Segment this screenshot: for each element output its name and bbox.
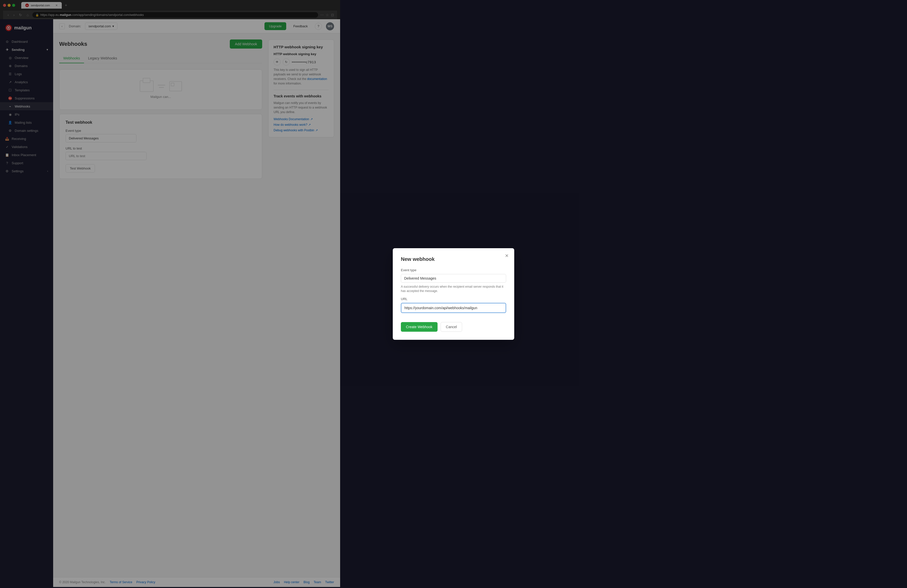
modal-overlay[interactable]: ✕ New webhook Event type Delivered Messa… xyxy=(0,0,340,587)
